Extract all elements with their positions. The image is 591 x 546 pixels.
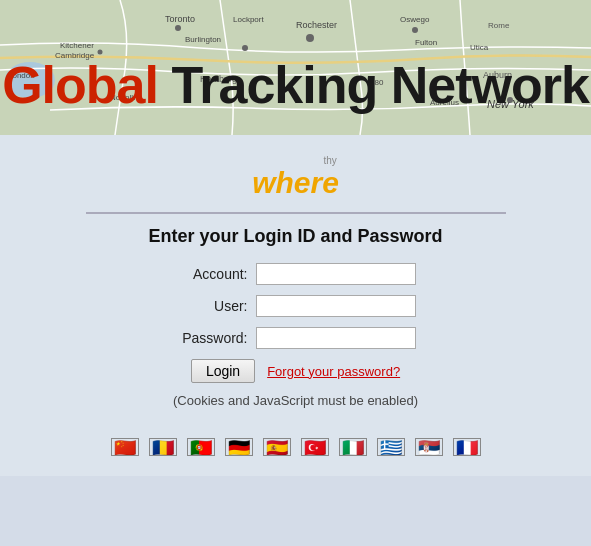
login-title: Enter your Login ID and Password: [86, 226, 506, 247]
flag-spain[interactable]: 🇪🇸: [263, 438, 291, 456]
login-button[interactable]: Login: [191, 359, 255, 383]
flag-turkey[interactable]: 🇹🇷: [301, 438, 329, 456]
flag-italy[interactable]: 🇮🇹: [339, 438, 367, 456]
map-background: Toronto Burlington Kitchener Cambridge L…: [0, 0, 591, 135]
svg-text:Utica: Utica: [470, 43, 489, 52]
svg-point-3: [242, 45, 248, 51]
account-input[interactable]: [256, 263, 416, 285]
svg-text:Rochester: Rochester: [296, 20, 337, 30]
svg-text:Kitchener: Kitchener: [60, 41, 94, 50]
password-label: Password:: [176, 330, 256, 346]
svg-point-6: [412, 27, 418, 33]
flag-greece[interactable]: 🇬🇷: [377, 438, 405, 456]
content-area: thy where Enter your Login ID and Passwo…: [0, 135, 591, 476]
svg-point-5: [98, 50, 103, 55]
flag-serbia[interactable]: 🇷🇸: [415, 438, 443, 456]
login-box: Enter your Login ID and Password Account…: [86, 212, 506, 408]
forgot-password-link[interactable]: Forgot your password?: [267, 364, 400, 379]
title-global: Global: [2, 56, 158, 114]
svg-text:Fulton: Fulton: [415, 38, 437, 47]
password-row: Password:: [86, 327, 506, 349]
svg-text:Toronto: Toronto: [165, 14, 195, 24]
svg-text:Burlington: Burlington: [185, 35, 221, 44]
cookie-notice: (Cookies and JavaScript must be enabled): [86, 393, 506, 408]
logo-where-text: where: [252, 166, 339, 199]
svg-text:Oswego: Oswego: [400, 15, 430, 24]
svg-point-2: [175, 25, 181, 31]
title-tracking-network: Tracking Network: [158, 56, 589, 114]
flags-row: 🇨🇳 🇷🇴 🇵🇹 🇩🇪 🇪🇸 🇹🇷 🇮🇹 🇬🇷 🇷🇸 🇫🇷: [111, 438, 481, 466]
account-row: Account:: [86, 263, 506, 285]
svg-point-4: [306, 34, 314, 42]
flag-china[interactable]: 🇨🇳: [111, 438, 139, 456]
flag-portugal[interactable]: 🇵🇹: [187, 438, 215, 456]
svg-text:Lockport: Lockport: [233, 15, 264, 24]
logo-area: thy where: [252, 155, 339, 200]
user-row: User:: [86, 295, 506, 317]
user-label: User:: [176, 298, 256, 314]
site-title: Global Tracking Network: [0, 55, 591, 115]
password-input[interactable]: [256, 327, 416, 349]
flag-romania[interactable]: 🇷🇴: [149, 438, 177, 456]
svg-text:Rome: Rome: [488, 21, 510, 30]
flag-france[interactable]: 🇫🇷: [453, 438, 481, 456]
user-input[interactable]: [256, 295, 416, 317]
account-label: Account:: [176, 266, 256, 282]
logo-tiny-text: thy: [252, 155, 337, 166]
button-row: Login Forgot your password?: [86, 359, 506, 383]
flag-germany[interactable]: 🇩🇪: [225, 438, 253, 456]
